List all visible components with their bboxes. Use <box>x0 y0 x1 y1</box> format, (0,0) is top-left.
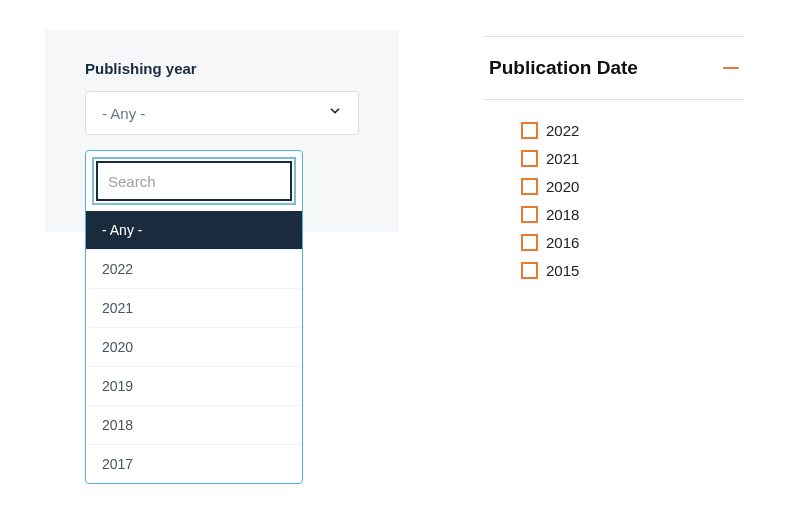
checkbox-label: 2020 <box>546 178 579 195</box>
checkbox-label: 2015 <box>546 262 579 279</box>
checkbox[interactable] <box>521 206 538 223</box>
chevron-down-icon <box>328 104 342 122</box>
publication-date-item[interactable]: 2018 <box>521 206 743 223</box>
checkbox-label: 2018 <box>546 206 579 223</box>
publishing-year-filter-panel: Publishing year - Any - - Any -202220212… <box>45 30 399 232</box>
publication-date-header[interactable]: Publication Date <box>485 36 743 100</box>
publishing-year-dropdown: - Any -202220212020201920182017 <box>85 150 303 484</box>
publication-date-filter: Publication Date 20222021202020182016201… <box>485 36 743 279</box>
checkbox-label: 2016 <box>546 234 579 251</box>
dropdown-option[interactable]: 2020 <box>86 327 302 366</box>
publication-date-title: Publication Date <box>489 57 638 79</box>
publishing-year-selected-value: - Any - <box>102 105 145 122</box>
checkbox[interactable] <box>521 178 538 195</box>
checkbox[interactable] <box>521 262 538 279</box>
publication-date-item[interactable]: 2020 <box>521 178 743 195</box>
publication-date-item[interactable]: 2021 <box>521 150 743 167</box>
publication-date-item[interactable]: 2015 <box>521 262 743 279</box>
publication-date-item[interactable]: 2022 <box>521 122 743 139</box>
dropdown-option[interactable]: 2021 <box>86 288 302 327</box>
minus-icon <box>723 67 739 69</box>
publishing-year-select[interactable]: - Any - <box>85 91 359 135</box>
dropdown-search-input[interactable] <box>96 161 292 201</box>
dropdown-option[interactable]: 2019 <box>86 366 302 405</box>
dropdown-option[interactable]: 2018 <box>86 405 302 444</box>
checkbox[interactable] <box>521 150 538 167</box>
checkbox-label: 2022 <box>546 122 579 139</box>
checkbox-label: 2021 <box>546 150 579 167</box>
publication-date-item[interactable]: 2016 <box>521 234 743 251</box>
checkbox[interactable] <box>521 122 538 139</box>
dropdown-option[interactable]: - Any - <box>86 211 302 249</box>
publication-date-list: 202220212020201820162015 <box>485 100 743 279</box>
publishing-year-label: Publishing year <box>85 60 359 77</box>
dropdown-option[interactable]: 2017 <box>86 444 302 483</box>
dropdown-option[interactable]: 2022 <box>86 249 302 288</box>
checkbox[interactable] <box>521 234 538 251</box>
